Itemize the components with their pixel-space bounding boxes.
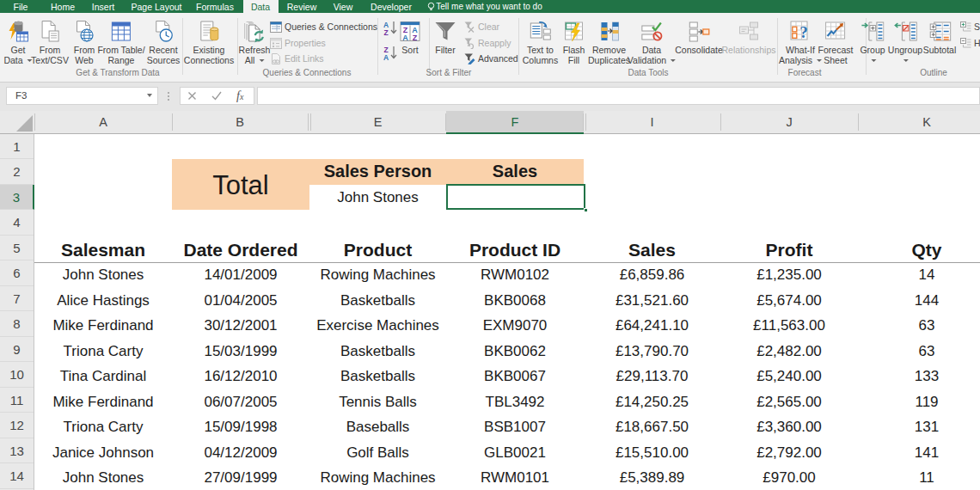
svg-text:?: ? <box>799 23 808 41</box>
svg-text:Z: Z <box>383 28 388 36</box>
svg-text:A: A <box>383 53 389 61</box>
svg-text:A: A <box>402 34 408 42</box>
svg-text:Z: Z <box>413 34 418 42</box>
